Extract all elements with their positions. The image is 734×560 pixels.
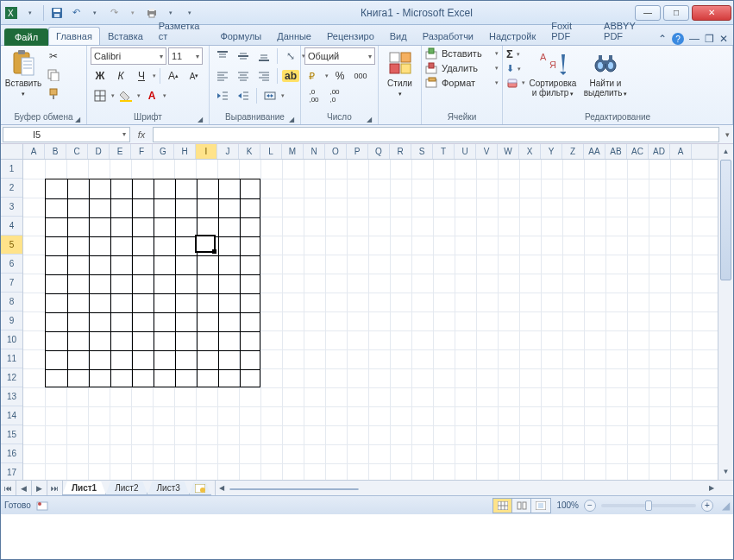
view-page-layout-icon[interactable] xyxy=(512,499,531,513)
row-header[interactable]: 10 xyxy=(1,330,22,349)
row-headers[interactable]: 1234567891011121314151617 xyxy=(1,160,23,480)
row-header[interactable]: 4 xyxy=(1,217,22,236)
redo-icon[interactable]: ↷ xyxy=(107,6,121,20)
percent-icon[interactable]: % xyxy=(330,67,349,85)
cells-delete-button[interactable]: Удалить▾ xyxy=(425,62,499,74)
macro-record-icon[interactable] xyxy=(36,500,48,512)
font-size-select[interactable]: 11▾ xyxy=(168,47,203,65)
file-tab[interactable]: Файл xyxy=(4,28,48,46)
tab-formulas[interactable]: Формулы xyxy=(212,27,269,45)
resize-grip-icon[interactable]: ◢ xyxy=(722,500,730,512)
fill-button[interactable]: ⬇▾ xyxy=(506,63,525,74)
column-headers[interactable]: ABCDEFGHIJKLMNOPQRSTUVWXYZAAABACADA xyxy=(23,144,718,160)
styles-button[interactable]: Стили▾ xyxy=(382,47,417,98)
column-header[interactable]: V xyxy=(476,144,498,159)
format-painter-icon[interactable] xyxy=(44,85,63,103)
zoom-slider-knob[interactable] xyxy=(645,500,652,511)
row-header[interactable]: 3 xyxy=(1,198,22,217)
minimize-ribbon-icon[interactable]: ⌃ xyxy=(658,33,667,45)
column-header[interactable]: Q xyxy=(368,144,390,159)
autosum-button[interactable]: Σ▾ xyxy=(506,47,525,60)
sheet-nav-last-icon[interactable]: ⏭ xyxy=(47,481,63,495)
column-header[interactable]: Z xyxy=(562,144,584,159)
workbook-close-icon[interactable]: ✕ xyxy=(719,33,728,45)
fill-color-icon[interactable] xyxy=(116,87,135,104)
tab-review[interactable]: Рецензиро xyxy=(319,27,382,45)
borders-icon[interactable] xyxy=(91,87,110,104)
alignment-launcher-icon[interactable]: ◢ xyxy=(286,114,297,124)
column-header[interactable]: AB xyxy=(605,144,627,159)
column-header[interactable]: Y xyxy=(541,144,562,159)
font-name-select[interactable]: Calibri▾ xyxy=(91,47,166,65)
sheet-nav-next-icon[interactable]: ▶ xyxy=(32,481,47,495)
redo-dropdown-icon[interactable]: ▾ xyxy=(126,6,140,20)
column-header[interactable]: E xyxy=(110,144,131,159)
zoom-out-button[interactable]: − xyxy=(584,500,596,512)
currency-icon[interactable]: ₽ xyxy=(304,67,323,85)
align-middle-icon[interactable] xyxy=(234,47,253,65)
vertical-scroll-thumb[interactable] xyxy=(720,160,731,280)
decrease-decimal-icon[interactable]: ,00,0 xyxy=(325,87,344,104)
row-header[interactable]: 5 xyxy=(1,236,22,255)
row-header[interactable]: 1 xyxy=(1,160,22,179)
close-button[interactable]: ✕ xyxy=(692,5,731,21)
column-header[interactable]: AC xyxy=(627,144,649,159)
increase-indent-icon[interactable] xyxy=(234,87,253,104)
row-header[interactable]: 6 xyxy=(1,255,22,274)
row-header[interactable]: 12 xyxy=(1,368,22,387)
maximize-button[interactable]: □ xyxy=(663,5,689,21)
underline-button[interactable]: Ч xyxy=(132,67,151,85)
column-header[interactable]: H xyxy=(174,144,196,159)
column-header[interactable]: K xyxy=(239,144,260,159)
column-header[interactable]: O xyxy=(325,144,347,159)
row-header[interactable]: 13 xyxy=(1,387,22,406)
column-header[interactable]: X xyxy=(519,144,541,159)
tab-view[interactable]: Вид xyxy=(382,27,415,45)
zoom-level[interactable]: 100% xyxy=(556,500,579,510)
zoom-in-button[interactable]: + xyxy=(701,500,713,512)
column-header[interactable]: R xyxy=(390,144,411,159)
workbook-restore-icon[interactable]: ❐ xyxy=(705,33,714,45)
align-top-icon[interactable] xyxy=(213,47,232,65)
align-bottom-icon[interactable] xyxy=(254,47,273,65)
column-header[interactable]: A xyxy=(670,144,692,159)
shrink-font-icon[interactable]: A▾ xyxy=(185,67,204,85)
number-format-select[interactable]: Общий▾ xyxy=(304,47,375,65)
cells-format-button[interactable]: Формат▾ xyxy=(425,77,499,89)
workbook-minimize-icon[interactable]: — xyxy=(689,33,699,45)
clipboard-launcher-icon[interactable]: ◢ xyxy=(72,114,83,124)
zoom-slider[interactable] xyxy=(601,504,696,507)
vertical-scrollbar[interactable]: ▲ ▼ xyxy=(718,144,733,480)
undo-icon[interactable]: ↶ xyxy=(69,6,83,20)
name-box[interactable]: I5 ▾ xyxy=(3,127,130,142)
column-header[interactable]: N xyxy=(304,144,325,159)
new-sheet-tab[interactable] xyxy=(189,482,211,495)
sort-filter-button[interactable]: АЯ Сортировка и фильтр ▾ xyxy=(527,47,579,98)
align-center-icon[interactable] xyxy=(234,67,253,85)
cells-insert-button[interactable]: Вставить▾ xyxy=(425,47,499,60)
formula-bar-expand-icon[interactable]: ▾ xyxy=(721,130,733,139)
row-header[interactable]: 7 xyxy=(1,274,22,293)
merge-cells-icon[interactable] xyxy=(260,87,279,104)
number-launcher-icon[interactable]: ◢ xyxy=(364,114,374,124)
help-icon[interactable]: ? xyxy=(672,33,684,45)
fx-icon[interactable]: fx xyxy=(132,129,151,140)
tab-abbyy[interactable]: ABBYY PDF xyxy=(596,16,658,45)
column-header[interactable]: P xyxy=(347,144,368,159)
column-header[interactable]: U xyxy=(455,144,476,159)
selected-cell[interactable] xyxy=(195,235,216,253)
column-header[interactable]: AA xyxy=(584,144,605,159)
increase-decimal-icon[interactable]: ,0,00 xyxy=(304,87,323,104)
row-header[interactable]: 8 xyxy=(1,293,22,311)
font-launcher-icon[interactable]: ◢ xyxy=(195,114,205,124)
row-header[interactable]: 16 xyxy=(1,444,22,463)
tab-foxit[interactable]: Foxit PDF xyxy=(543,16,596,45)
column-header[interactable]: T xyxy=(433,144,455,159)
row-header[interactable]: 15 xyxy=(1,425,22,444)
align-left-icon[interactable] xyxy=(213,67,232,85)
tab-home[interactable]: Главная xyxy=(48,27,100,45)
qat-dropdown-icon[interactable]: ▾ xyxy=(23,6,37,20)
row-header[interactable]: 14 xyxy=(1,406,22,425)
column-header[interactable]: W xyxy=(498,144,519,159)
wrap-text-icon[interactable]: ab xyxy=(281,67,300,85)
